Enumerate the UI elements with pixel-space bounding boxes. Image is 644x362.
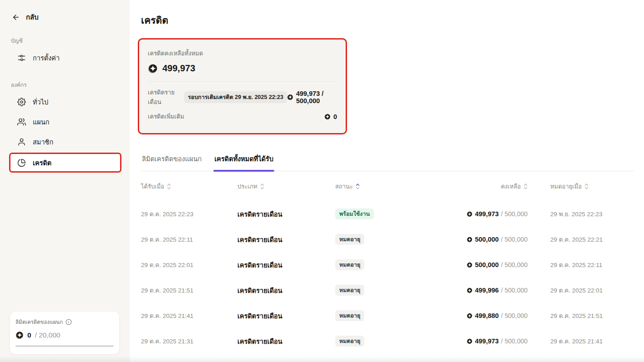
cell-total: / 500,000 xyxy=(501,210,528,218)
header-received[interactable]: ได้รับเมื่อ xyxy=(141,182,237,191)
total-credit-label: เครดิตคงเหลือทั้งหมด xyxy=(148,49,337,58)
sidebar-item-general[interactable]: ทั่วไป xyxy=(9,93,121,111)
header-type[interactable]: ประเภท xyxy=(237,182,335,191)
status-badge: หมดอายุ xyxy=(335,234,364,245)
back-button[interactable]: กลับ xyxy=(0,0,130,23)
table-row[interactable]: 29 ต.ค. 2025 21:41 เครดิตรายเดือน หมดอาย… xyxy=(141,303,634,328)
section-account-label: บัญชี xyxy=(11,36,130,45)
cell-total: / 500,000 xyxy=(501,312,528,319)
cell-received: 29 ต.ค. 2025 21:31 xyxy=(141,336,237,346)
header-expires[interactable]: หมดอายุเมื่อ xyxy=(550,182,634,191)
cell-total: / 500,000 xyxy=(501,236,528,243)
user-icon xyxy=(17,138,26,146)
header-remaining[interactable]: คงเหลือ xyxy=(446,182,528,191)
sidebar-item-label: การตั้งค่า xyxy=(33,53,60,63)
cell-expires: 29 ต.ค. 2025 22:01 xyxy=(550,285,634,295)
section-org-label: องค์กร xyxy=(11,80,130,89)
status-badge: หมดอายุ xyxy=(335,285,364,296)
total-credit-value: 499,973 xyxy=(162,63,195,74)
cell-remaining: 499,996 xyxy=(475,287,498,294)
sort-icon xyxy=(260,183,264,190)
cell-received: 29 ต.ค. 2025 21:51 xyxy=(141,285,237,295)
cell-remaining: 500,000 xyxy=(475,261,498,268)
sidebar-item-label: เครดิต xyxy=(33,158,51,168)
cell-expires: 29 ต.ค. 2025 21:51 xyxy=(550,311,634,321)
tab-all-credits[interactable]: เครดิตทั้งหมดที่ได้รับ xyxy=(213,154,274,171)
cell-type: เครดิตรายเดือน xyxy=(237,234,335,245)
cell-type: เครดิตรายเดือน xyxy=(237,209,335,219)
sidebar: กลับ บัญชี การตั้งค่า องค์กร ทั่วไป แผนก xyxy=(0,0,130,362)
status-badge: หมดอายุ xyxy=(335,310,364,322)
main-content: เครดิต เครดิตคงเหลือทั้งหมด 499,973 เครด… xyxy=(130,0,644,362)
sidebar-item-members[interactable]: สมาชิก xyxy=(9,133,121,151)
tab-department-limit[interactable]: ลิมิตเครดิตของแผนก xyxy=(141,154,202,171)
limit-total-value: / 20,000 xyxy=(35,331,60,339)
cell-received: 29 ต.ค. 2025 21:41 xyxy=(141,311,237,321)
sliders-icon xyxy=(17,54,26,62)
limit-used-value: 0 xyxy=(27,331,31,339)
coin-icon xyxy=(287,94,293,100)
cell-remaining: 500,000 xyxy=(475,236,498,243)
credits-table: ได้รับเมื่อ ประเภท สถานะ คงเหลือ หมดอายุ… xyxy=(141,171,634,354)
sort-icon xyxy=(167,183,171,190)
table-row[interactable]: 29 ต.ค. 2025 21:51 เครดิตรายเดือน หมดอาย… xyxy=(141,278,634,303)
cell-expires: 29 ต.ค. 2025 22:11 xyxy=(550,260,634,270)
coin-icon xyxy=(324,114,331,120)
header-status[interactable]: สถานะ xyxy=(335,182,446,191)
sidebar-item-settings[interactable]: การตั้งค่า xyxy=(9,49,121,67)
cell-remaining: 499,973 xyxy=(475,337,498,345)
monthly-credit-label: เครดิตรายเดือน xyxy=(148,88,180,107)
coin-icon xyxy=(467,237,473,243)
cell-expires: 29 ต.ค. 2025 22:21 xyxy=(550,234,634,244)
sidebar-item-label: แผนก xyxy=(33,117,50,127)
back-label: กลับ xyxy=(26,12,39,23)
cell-received: 29 ต.ค. 2025 22:11 xyxy=(141,234,237,244)
users-icon xyxy=(17,118,26,126)
cell-type: เครดิตรายเดือน xyxy=(237,260,335,270)
table-row[interactable]: 29 ต.ค. 2025 22:01 เครดิตรายเดือน หมดอาย… xyxy=(141,252,634,278)
table-row[interactable]: 29 ต.ค. 2025 22:23 เครดิตรายเดือน พร้อมใ… xyxy=(141,201,634,227)
cell-type: เครดิตรายเดือน xyxy=(237,311,335,321)
coin-icon xyxy=(467,211,473,217)
cell-remaining: 499,973 xyxy=(475,210,498,218)
pie-chart-icon xyxy=(17,159,26,167)
sidebar-item-credits[interactable]: เครดิต xyxy=(9,153,121,173)
table-row[interactable]: 29 ต.ค. 2025 21:31 เครดิตรายเดือน หมดอาย… xyxy=(141,328,634,354)
coin-icon xyxy=(467,313,473,319)
coin-icon xyxy=(467,338,473,344)
extra-credit-value: 0 xyxy=(333,113,337,120)
refill-cycle-badge: รอบการเติมเครดิต 29 พ.ย. 2025 22:23 xyxy=(184,91,287,103)
limit-progress-bar xyxy=(15,345,114,347)
extra-credit-label: เครดิตเพิ่มเติม xyxy=(148,112,184,121)
sort-icon xyxy=(523,183,528,190)
tab-bar: ลิมิตเครดิตของแผนก เครดิตทั้งหมดที่ได้รั… xyxy=(141,154,634,171)
gear-icon xyxy=(17,98,26,106)
sort-icon xyxy=(584,183,589,190)
limit-widget-title: ลิมิตเครดิตของแผนก xyxy=(15,318,63,326)
org-nav: ทั่วไป แผนก สมาชิก เครดิต xyxy=(0,93,130,173)
cell-type: เครดิตรายเดือน xyxy=(237,285,335,296)
cell-total: / 500,000 xyxy=(501,287,528,294)
info-icon[interactable] xyxy=(65,319,72,325)
sidebar-item-label: ทั่วไป xyxy=(33,97,48,107)
table-header-row: ได้รับเมื่อ ประเภท สถานะ คงเหลือ หมดอายุ… xyxy=(141,171,634,201)
sidebar-item-label: สมาชิก xyxy=(33,137,53,147)
cell-total: / 500,000 xyxy=(501,261,528,268)
table-row[interactable]: 29 ต.ค. 2025 22:11 เครดิตรายเดือน หมดอาย… xyxy=(141,227,634,252)
coin-icon xyxy=(15,331,24,339)
divider xyxy=(148,81,337,82)
arrow-left-icon xyxy=(12,13,20,21)
department-limit-widget: ลิมิตเครดิตของแผนก 0 / 20,000 xyxy=(10,312,119,354)
credit-summary-card: เครดิตคงเหลือทั้งหมด 499,973 เครดิตรายเด… xyxy=(138,38,347,134)
active-tab-underline xyxy=(213,170,274,172)
sidebar-item-department[interactable]: แผนก xyxy=(9,113,121,131)
sort-icon-active-asc xyxy=(356,183,360,190)
monthly-credit-value: 499,973 / 500,000 xyxy=(296,90,337,104)
cell-remaining: 499,880 xyxy=(475,312,498,319)
cell-type: เครดิตรายเดือน xyxy=(237,336,335,347)
cell-expires: 29 ต.ค. 2025 21:41 xyxy=(550,336,634,346)
status-badge: หมดอายุ xyxy=(335,336,364,347)
status-badge: หมดอายุ xyxy=(335,259,364,271)
page-title: เครดิต xyxy=(141,13,644,28)
coin-icon xyxy=(467,262,473,268)
